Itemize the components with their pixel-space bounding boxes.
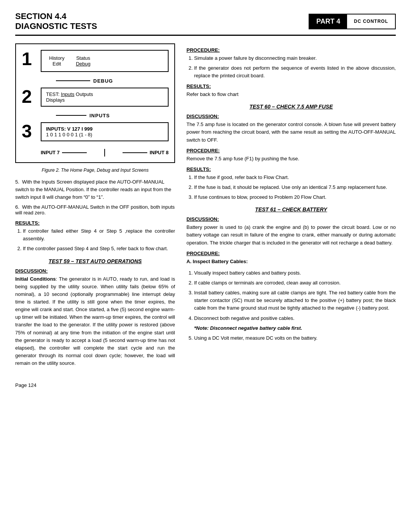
menu-col-2: Status Debug (76, 55, 90, 67)
left-results-list: If controller failed either Step 4 or St… (15, 227, 175, 252)
test60-result-1: If the fuse if good, refer back to Flow … (194, 174, 396, 181)
inputs-label: Inputs (61, 91, 74, 97)
test60-title: TEST 60 – CHECK 7.5 AMP FUSE (186, 104, 396, 110)
procedure1-item2: If the generator does not perform the se… (194, 64, 396, 80)
step6-text: With the AUTO-OFF-MANUAL Switch in the O… (15, 204, 175, 216)
step6-container: 6. With the AUTO-OFF-MANUAL Switch in th… (15, 204, 175, 216)
left-result-2: If the controller passed Step 4 and Step… (23, 245, 175, 252)
test60-discussion-heading: DISCUSSION: (186, 113, 396, 119)
step5-text: With the Inputs Screen displayed place t… (15, 179, 171, 200)
left-results-heading: RESULTS: (15, 220, 175, 226)
input8-line (123, 152, 147, 153)
figure-caption: Figure 2. The Home Page, Debug and Input… (15, 168, 175, 173)
page-container: SECTION 4.4 DIAGNOSTIC TESTS PART 4 DC C… (0, 0, 411, 532)
displays-label: Displays (46, 97, 65, 103)
test61-proc-2: If cable clamps or terminals are corrode… (194, 279, 396, 287)
part-info: PART 4 DC CONTROL (309, 11, 396, 32)
inputs-label-arrow: INPUTS (89, 113, 110, 118)
results1-text: Refer back to flow chart (186, 91, 396, 98)
test-label: TEST: (46, 91, 61, 97)
screen-1-number: 1 (22, 50, 41, 68)
test61-proc-1: Visually inspect battery cables and batt… (194, 269, 396, 277)
bracket-center (89, 149, 120, 157)
section-number: SECTION 4.4 (15, 11, 309, 21)
procedure1-heading: PROCEDURE: (186, 47, 396, 53)
screen-3-line2: 1 0 1 1 0 0 0 1 (1 - 8) (46, 132, 163, 137)
menu-col-1: History Edit (49, 55, 64, 67)
test59-title: TEST 59 – TEST AUTO OPERATIONS (15, 258, 175, 264)
test61-proc-4: Disconnect both negative and positive ca… (194, 315, 396, 322)
test61-procedure-heading: PROCEDURE: (186, 251, 396, 256)
section-title: DIAGNOSTIC TESTS (15, 21, 309, 31)
test59-body: Initial Conditions: The generator is in … (15, 275, 175, 367)
test61-proc-3: Install battery cables, making sure all … (194, 289, 396, 312)
screen-2-line1: TEST: Inputs Outputs (46, 91, 163, 97)
screen-2-box: TEST: Inputs Outputs Displays (41, 88, 169, 107)
test60-result-3: If fuse continues to blow, proceed to Pr… (194, 193, 396, 201)
screen-1-box: History Edit Status Debug (41, 50, 169, 72)
test59-initial-label: Initial Conditions (15, 276, 56, 282)
diagram-box: 1 History Edit Status Debug (15, 43, 175, 163)
screen-3-line1: INPUTS: V 127 I 999 (46, 126, 163, 132)
input-labels-row: INPUT 7 INPUT 8 (41, 149, 169, 157)
procedure1-list: Simulate a power failure by disconnectin… (186, 54, 396, 80)
test61-title: TEST 61 – CHECK BATTERY (186, 206, 396, 212)
test60-procedure-text: Remove the 7.5 amp fuse (F1) by pushing … (186, 155, 396, 163)
screen-3-box: INPUTS: V 127 I 999 1 0 1 1 0 0 0 1 (1 -… (41, 122, 169, 141)
part-number: PART 4 (309, 14, 347, 29)
screen-3-row: 3 INPUTS: V 127 I 999 1 0 1 1 0 0 0 1 (1… (22, 122, 169, 141)
bracket-right-vert (104, 153, 105, 157)
test60-results-list: If the fuse if good, refer back to Flow … (186, 174, 396, 201)
right-column: PROCEDURE: Simulate a power failure by d… (186, 43, 396, 371)
test61-procedure-subA: A. Inspect Battery Cables: (186, 258, 396, 265)
page-footer: Page 124 (15, 382, 396, 388)
outputs-label: Outputs (76, 91, 93, 97)
inputs-arrow-row: INPUTS (56, 113, 169, 118)
page-number: Page 124 (15, 382, 37, 388)
test61-subA-label: A. Inspect Battery Cables: (186, 259, 248, 264)
step5-number: 5. (15, 179, 22, 185)
screen-2-row: 2 TEST: Inputs Outputs Displays (22, 88, 169, 107)
test60-result-2: If the fuse is bad, it should be replace… (194, 184, 396, 191)
debug-arrow-row: DEBUG (41, 78, 169, 84)
menu-edit: Edit (53, 61, 61, 67)
screen-2-number: 2 (22, 88, 41, 106)
procedure1-item1: Simulate a power failure by disconnectin… (194, 54, 396, 62)
content-columns: 1 History Edit Status Debug (15, 43, 396, 371)
menu-history: History (49, 55, 64, 61)
test61-proc-5: Using a DC Volt meter, measure DC volts … (194, 334, 396, 342)
left-column: 1 History Edit Status Debug (15, 43, 175, 371)
test59-discussion-heading: DISCUSSION: (15, 268, 175, 274)
inputs-line (56, 115, 86, 116)
step6-number: 6. (15, 204, 22, 210)
left-result-1: If controller failed either Step 4 or St… (23, 227, 175, 243)
part-box: PART 4 DC CONTROL (309, 14, 396, 29)
test61-procedure-list: Visually inspect battery cables and batt… (186, 269, 396, 342)
test60-results-heading: RESULTS: (186, 166, 396, 172)
test61-discussion-text: Battery power is used to (a) crank the e… (186, 224, 396, 246)
page-header: SECTION 4.4 DIAGNOSTIC TESTS PART 4 DC C… (15, 11, 396, 36)
section-info: SECTION 4.4 DIAGNOSTIC TESTS (15, 11, 309, 32)
menu-debug: Debug (76, 61, 90, 67)
results1-heading: RESULTS: (186, 83, 396, 89)
test60-discussion-text: The 7.5 amp fuse is located on the gener… (186, 121, 396, 144)
debug-label: DEBUG (93, 78, 113, 84)
bracket-left-vert (104, 149, 105, 153)
input8-label: INPUT 8 (150, 150, 169, 155)
debug-line (56, 80, 90, 81)
screen-1-row: 1 History Edit Status Debug (22, 50, 169, 72)
test61-note: *Note: Disconnect negative battery cable… (194, 324, 396, 332)
menu-status: Status (76, 55, 90, 61)
screen-2-line2: Displays (46, 97, 163, 103)
test61-discussion-heading: DISCUSSION: (186, 216, 396, 222)
screen-3-number: 3 (22, 122, 41, 141)
screen-1-menu: History Edit Status Debug (46, 54, 163, 68)
input7-line (62, 152, 87, 153)
step5-container: 5. With the Inputs Screen displayed plac… (15, 178, 175, 201)
test59-body-text: : The generator is in AUTO, ready to run… (15, 276, 175, 366)
input7-label: INPUT 7 (41, 150, 60, 155)
test60-procedure-heading: PROCEDURE: (186, 148, 396, 153)
part-description: DC CONTROL (347, 14, 395, 29)
